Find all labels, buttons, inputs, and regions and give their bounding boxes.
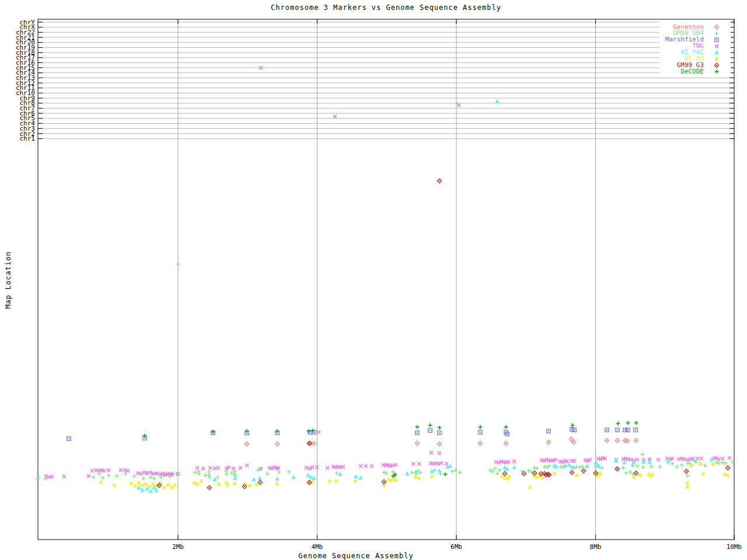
point-wi-rh — [726, 473, 730, 477]
point-wi-yac — [137, 485, 141, 489]
point-tng — [245, 464, 249, 467]
point-wi-rh — [711, 462, 715, 466]
point-marshfield — [479, 430, 482, 434]
point-tng — [213, 467, 217, 470]
point-tng — [636, 458, 639, 461]
point-gm99-gb4 — [622, 466, 626, 470]
point-marshfield — [428, 429, 432, 432]
point-gm99-gb4 — [686, 474, 690, 478]
x-tick-label-6Mb: 6Mb — [451, 543, 462, 551]
point-genethon — [245, 442, 249, 446]
point-wi-rh — [134, 484, 138, 488]
point-gm99-gb4 — [335, 471, 339, 475]
point-gm99-g3 — [725, 466, 730, 470]
point-gm99-gb4 — [581, 465, 585, 469]
point-decode — [634, 421, 638, 425]
point-tng — [201, 467, 205, 470]
point-wi-rh — [233, 481, 237, 485]
point-wi-rh — [417, 476, 421, 480]
point-gm99-gb4 — [152, 477, 156, 481]
y-tick-label-chr1: chr1 — [20, 135, 36, 142]
series-wi-rh — [99, 461, 730, 489]
point-tng — [326, 466, 329, 470]
point-decode — [428, 424, 432, 428]
point-tng — [573, 459, 576, 463]
plot-frame — [38, 19, 734, 540]
point-wi-rh — [255, 482, 259, 487]
point-wi-rh — [217, 482, 221, 486]
point-wi-rh — [540, 475, 544, 480]
point-genethon — [546, 440, 551, 444]
point-wi-rh — [328, 479, 332, 483]
point-tng — [417, 462, 421, 466]
point-gm99-gb4 — [535, 467, 539, 471]
point-tng — [728, 456, 731, 460]
point-tng — [457, 103, 460, 107]
point-gm99-gb4 — [101, 476, 105, 480]
point-genethon — [634, 438, 638, 443]
point-gm99-gb4 — [92, 475, 96, 480]
point-gm99-g3 — [581, 468, 586, 473]
point-gm99-gb4 — [142, 477, 146, 481]
legend-label-decode: DeCODE — [680, 68, 704, 75]
point-genethon — [275, 442, 280, 446]
point-wi-rh — [275, 482, 280, 486]
x-tick-label-4Mb: 4Mb — [312, 543, 323, 551]
point-wi-rh — [173, 483, 177, 487]
point-decode — [479, 425, 483, 429]
point-decode — [616, 422, 620, 426]
point-marshfield — [438, 431, 441, 435]
point-gm99-gb4 — [641, 453, 645, 457]
point-wi-rh — [414, 475, 418, 479]
point-wi-yac — [623, 460, 627, 464]
point-gm99-gb4 — [454, 468, 458, 473]
point-wi-rh — [394, 478, 398, 482]
point-tng — [90, 469, 94, 473]
point-gm99-gb4 — [731, 460, 735, 464]
point-marshfield — [67, 437, 71, 440]
point-gm99-g3 — [437, 178, 442, 183]
point-wi-rh — [99, 480, 103, 484]
point-tng — [394, 463, 397, 467]
point-gm99-gb4 — [149, 475, 153, 480]
point-wi-rh — [130, 481, 134, 485]
point-wi-yac — [233, 476, 238, 480]
point-wi-rh — [166, 482, 170, 487]
x-tick-label-2Mb: 2Mb — [172, 543, 184, 551]
point-wi-yac — [292, 475, 296, 478]
point-gm99-gb4 — [208, 475, 212, 480]
point-wi-rh — [354, 479, 358, 483]
point-marshfield — [416, 431, 419, 435]
point-gm99-gb4 — [533, 466, 537, 470]
point-wi-yac — [149, 489, 153, 492]
point-tng — [50, 475, 54, 478]
plot-svg: 2Mb4Mb6Mb8Mb10MbchrYchrXchr22chr21chr20c… — [0, 0, 747, 560]
point-tng — [305, 466, 308, 470]
series-gm99-g3 — [157, 178, 730, 490]
point-gm99-g3 — [684, 469, 689, 474]
point-tng — [107, 468, 110, 472]
point-wi-rh — [508, 474, 512, 478]
point-wi-rh — [137, 481, 141, 485]
point-wi-rh — [200, 479, 204, 483]
point-wi-rh — [334, 479, 338, 483]
point-wi-rh — [196, 482, 200, 486]
point-wi-yac — [275, 477, 280, 480]
point-gm99-gb4 — [703, 464, 707, 468]
point-wi-rh — [243, 482, 247, 486]
point-gm99-gb4 — [197, 472, 201, 476]
point-tng — [239, 466, 242, 470]
point-wi-yac — [354, 474, 358, 478]
point-tng — [364, 464, 368, 468]
point-gm99-gb4 — [382, 471, 386, 475]
point-decode — [211, 430, 215, 434]
point-genethon — [478, 441, 483, 446]
point-tng — [430, 451, 433, 454]
v-gridlines — [178, 19, 596, 540]
x-tick-label-10Mb: 10Mb — [727, 543, 742, 551]
point-gm99-gb4 — [493, 467, 497, 471]
h-gridlines — [38, 22, 734, 139]
point-gm99-gb4 — [717, 461, 721, 466]
point-gm99-gb4 — [498, 468, 502, 473]
point-wi-rh — [638, 473, 643, 477]
